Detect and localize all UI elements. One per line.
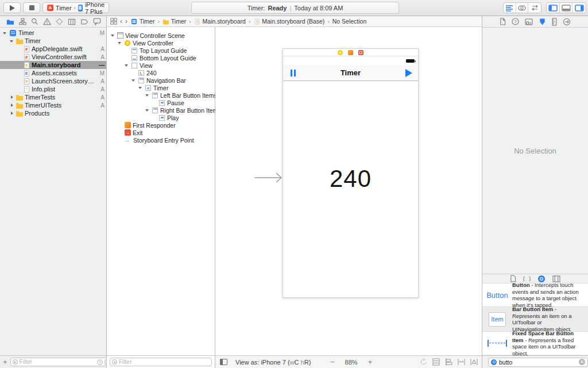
disclosure-triangle[interactable]	[145, 108, 150, 113]
outline-row[interactable]: Right Bar Button Items	[107, 106, 215, 114]
zoom-level[interactable]: 88%	[345, 359, 358, 366]
debug-navigator-icon[interactable]	[68, 18, 76, 25]
file-inspector-icon[interactable]	[500, 18, 506, 25]
disclosure-triangle[interactable]	[9, 102, 14, 108]
library-item[interactable]: Fixed Space Bar Button Item - Represents…	[482, 332, 588, 355]
toggle-utilities-button[interactable]	[572, 3, 586, 13]
issue-navigator-icon[interactable]	[43, 18, 51, 25]
disclosure-triangle[interactable]	[110, 33, 115, 39]
source-control-navigator-icon[interactable]	[19, 18, 26, 25]
scheme-selector[interactable]: Timer › iPhone 7 Plus	[42, 2, 109, 13]
object-library-icon[interactable]	[537, 275, 546, 283]
standard-editor-button[interactable]	[504, 3, 516, 13]
align-icon[interactable]	[445, 358, 452, 366]
disclosure-triangle[interactable]	[124, 63, 129, 68]
file-row[interactable]: Products	[0, 109, 107, 117]
library-item[interactable]: ButtonButton - Intercepts touch events a…	[482, 283, 588, 307]
navigation-bar[interactable]: Timer	[283, 65, 418, 81]
library-item[interactable]: ItemBar Button Item - Represents an item…	[482, 307, 588, 332]
report-navigator-icon[interactable]	[93, 18, 101, 25]
attributes-inspector-icon[interactable]	[539, 18, 546, 26]
outline-row[interactable]: Storyboard Entry Point	[107, 136, 215, 144]
breadcrumb-item[interactable]: Main.storyboard (Base)	[253, 18, 324, 25]
outline-filter-field[interactable]	[110, 358, 212, 366]
forward-button[interactable]: ›	[125, 18, 127, 24]
exit-icon[interactable]	[358, 50, 363, 55]
library-search-field[interactable]: ✕	[488, 358, 588, 367]
panel-divider[interactable]	[482, 16, 482, 368]
toggle-document-outline-button[interactable]	[220, 359, 227, 365]
navigation-title[interactable]: Timer	[341, 68, 361, 77]
breadcrumb-item[interactable]: Timer	[163, 18, 186, 25]
media-library-icon[interactable]	[552, 275, 560, 282]
file-row[interactable]: LaunchScreen.storyboardA	[0, 77, 107, 85]
view-controller-icon[interactable]	[338, 50, 343, 55]
size-inspector-icon[interactable]	[552, 18, 557, 26]
outline-row[interactable]: Top Layout Guide	[107, 47, 215, 54]
stop-button[interactable]	[23, 2, 40, 13]
outline-row[interactable]: <Timer	[107, 84, 215, 91]
toggle-navigator-button[interactable]	[547, 3, 560, 13]
view-controller-scene[interactable]: Timer 240	[283, 48, 419, 298]
file-row[interactable]: Timer	[0, 37, 107, 45]
disclosure-triangle[interactable]	[117, 40, 122, 46]
outline-filter-input[interactable]	[119, 359, 210, 365]
outline-row[interactable]: View	[107, 62, 215, 69]
zoom-out-button[interactable]: −	[330, 358, 335, 366]
file-template-library-icon[interactable]	[510, 275, 516, 282]
disclosure-triangle[interactable]	[2, 30, 7, 36]
file-row[interactable]: Main.storyboard—	[0, 61, 107, 69]
outline-row[interactable]: Exit	[107, 129, 215, 136]
timer-count-label[interactable]: 240	[283, 165, 418, 193]
update-frames-icon[interactable]	[420, 358, 427, 366]
storyboard-canvas[interactable]: Timer 240 View as: iPhone 7 (wC hR) − 88…	[215, 27, 482, 368]
outline-row[interactable]: Left Bar Button Items	[107, 91, 215, 99]
recent-files-clock-icon[interactable]	[97, 359, 103, 365]
quick-help-inspector-icon[interactable]: ?	[512, 18, 519, 25]
test-navigator-icon[interactable]	[56, 18, 63, 25]
file-row[interactable]: ViewController.swiftA	[0, 53, 107, 61]
outline-row[interactable]: First Responder	[107, 121, 215, 129]
disclosure-triangle[interactable]	[138, 85, 143, 91]
navigator-filter-input[interactable]	[20, 359, 95, 365]
outline-row[interactable]: View Controller	[107, 39, 215, 47]
version-editor-button[interactable]	[528, 3, 541, 13]
code-snippet-library-icon[interactable]: { }	[523, 275, 531, 282]
file-row[interactable]: Info.plistA	[0, 85, 107, 93]
project-navigator-icon[interactable]	[6, 18, 14, 25]
embed-in-stack-icon[interactable]	[432, 358, 440, 366]
outline-row[interactable]: Pause	[107, 99, 215, 106]
identity-inspector-icon[interactable]	[525, 18, 533, 25]
run-button[interactable]	[3, 2, 21, 13]
add-file-button[interactable]: +	[3, 358, 7, 366]
pin-icon[interactable]	[458, 358, 465, 366]
file-row[interactable]: AppDelegate.swiftA	[0, 45, 107, 53]
related-items-icon[interactable]	[110, 18, 117, 25]
breakpoint-navigator-icon[interactable]	[80, 18, 88, 25]
storyboard-entry-point-arrow[interactable]	[254, 171, 284, 185]
back-button[interactable]: ‹	[120, 18, 122, 24]
file-row[interactable]: TimerUITestsA	[0, 101, 107, 109]
toggle-debug-area-button[interactable]	[560, 3, 573, 13]
file-row[interactable]: TimerM	[0, 29, 107, 37]
zoom-in-button[interactable]: +	[368, 358, 373, 366]
outline-row[interactable]: Navigation Bar	[107, 76, 215, 84]
pause-bar-button[interactable]	[291, 70, 296, 76]
file-row[interactable]: TimerTestsA	[0, 93, 107, 101]
breadcrumb-item[interactable]: No Selection	[332, 18, 367, 25]
disclosure-triangle[interactable]	[9, 94, 14, 100]
panel-divider[interactable]	[106, 16, 107, 368]
connections-inspector-icon[interactable]	[563, 18, 571, 26]
assistant-editor-button[interactable]	[516, 3, 529, 13]
outline-row[interactable]: Bottom Layout Guide	[107, 54, 215, 62]
clear-search-icon[interactable]: ✕	[579, 359, 585, 365]
breadcrumb-item[interactable]: Main.storyboard	[194, 18, 246, 25]
outline-row[interactable]: View Controller Scene	[107, 32, 215, 39]
file-row[interactable]: Assets.xcassetsM	[0, 69, 107, 77]
view-as-control[interactable]: View as: iPhone 7 (wC hR)	[235, 359, 311, 366]
view[interactable]: 240	[283, 81, 418, 297]
breadcrumb-item[interactable]: Timer	[130, 18, 154, 25]
play-bar-button[interactable]	[405, 69, 412, 77]
resolve-auto-layout-icon[interactable]	[470, 358, 478, 366]
first-responder-icon[interactable]	[348, 50, 353, 55]
